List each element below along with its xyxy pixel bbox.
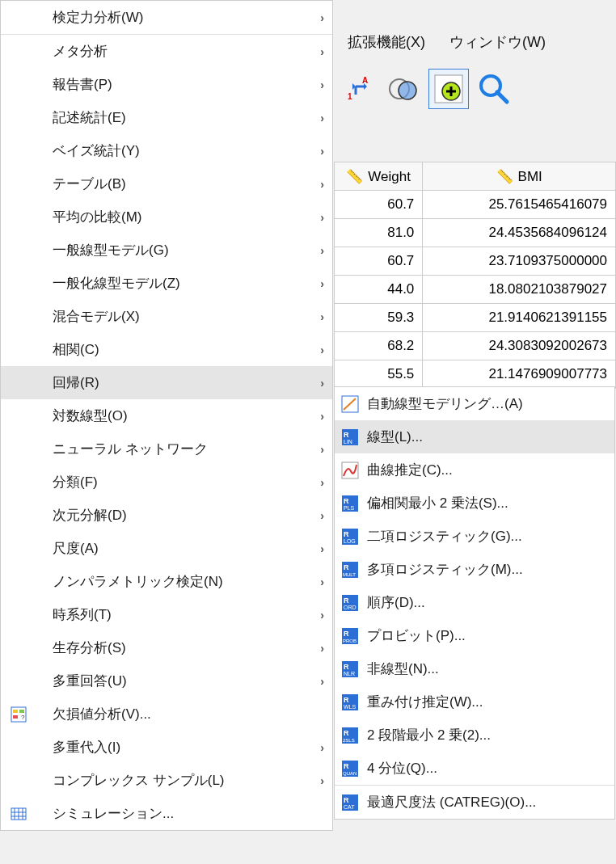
chevron-right-icon: › bbox=[320, 112, 324, 124]
toolbar-venn-button[interactable] bbox=[383, 69, 424, 109]
cell-weight[interactable]: 60.7 bbox=[335, 247, 423, 276]
chevron-right-icon: › bbox=[320, 277, 324, 290]
menu-missing-value[interactable]: ?欠損値分析(V)... bbox=[1, 698, 332, 731]
cell-bmi[interactable]: 24.4535684096124 bbox=[423, 219, 616, 247]
menu-regression[interactable]: 回帰(R)› bbox=[1, 366, 332, 399]
col-header-weight[interactable]: 📏Weight bbox=[335, 162, 423, 191]
table-row[interactable]: 60.723.7109375000000 bbox=[335, 247, 616, 276]
menu-meta-analysis[interactable]: メタ分析› bbox=[1, 35, 332, 68]
cell-weight[interactable]: 44.0 bbox=[335, 276, 423, 304]
cell-weight[interactable]: 55.5 bbox=[335, 360, 423, 389]
cell-weight[interactable]: 59.3 bbox=[335, 304, 423, 332]
chevron-right-icon: › bbox=[320, 78, 324, 91]
table-row[interactable]: 60.725.7615465416079 bbox=[335, 191, 616, 219]
chevron-right-icon: › bbox=[320, 310, 324, 323]
menu-dimension-reduction[interactable]: 次元分解(D)› bbox=[1, 499, 332, 532]
cell-weight[interactable]: 68.2 bbox=[335, 332, 423, 360]
toolbar: A1 bbox=[338, 69, 514, 109]
sub-weight-estimation[interactable]: RWLS重み付け推定(W)... bbox=[335, 685, 614, 719]
menu-multiple-imputation[interactable]: 多重代入(I)› bbox=[1, 731, 332, 764]
menu-descriptive-stats[interactable]: 記述統計(E)› bbox=[1, 101, 332, 134]
menubar-extensions[interactable]: 拡張機能(X) bbox=[348, 32, 425, 52]
cell-bmi[interactable]: 21.9140621391155 bbox=[423, 304, 616, 332]
chevron-right-icon: › bbox=[320, 211, 324, 224]
cell-bmi[interactable]: 25.7615465416079 bbox=[423, 191, 616, 219]
svg-text:R: R bbox=[344, 431, 349, 439]
chevron-right-icon: › bbox=[320, 410, 324, 423]
cell-bmi[interactable]: 23.7109375000000 bbox=[423, 247, 616, 276]
cell-bmi[interactable]: 21.1476909007773 bbox=[423, 360, 616, 389]
menu-tables[interactable]: テーブル(B)› bbox=[1, 167, 332, 200]
menu-gzlm[interactable]: 一般化線型モデル(Z)› bbox=[1, 267, 332, 300]
sub-linear[interactable]: RLIN線型(L)... bbox=[335, 420, 614, 453]
r-log-icon: RLOG bbox=[340, 526, 361, 547]
menu-survival[interactable]: 生存分析(S)› bbox=[1, 631, 332, 664]
analyze-menu: 検定力分析(W)› メタ分析› 報告書(P)› 記述統計(E)› ベイズ統計(Y… bbox=[0, 0, 333, 831]
menu-glm[interactable]: 一般線型モデル(G)› bbox=[1, 234, 332, 267]
sub-multinomial-logistic[interactable]: RMULT多項ロジスティック(M)... bbox=[335, 553, 614, 586]
cell-weight[interactable]: 81.0 bbox=[335, 219, 423, 247]
svg-text:LIN: LIN bbox=[344, 439, 352, 445]
col-header-bmi[interactable]: 📏BMI bbox=[423, 162, 616, 191]
menu-compare-means[interactable]: 平均の比較(M)› bbox=[1, 200, 332, 234]
menubar-window[interactable]: ウィンドウ(W) bbox=[449, 32, 546, 52]
menu-mixed[interactable]: 混合モデル(X)› bbox=[1, 300, 332, 333]
r-cat-icon: RCAT bbox=[340, 792, 361, 813]
chevron-right-icon: › bbox=[320, 343, 324, 356]
toolbar-search-button[interactable] bbox=[474, 69, 514, 109]
menu-loglinear[interactable]: 対数線型(O)› bbox=[1, 399, 332, 432]
data-table: 📏Weight 📏BMI 60.725.761546541607981.024.… bbox=[334, 162, 616, 389]
table-row[interactable]: 44.018.0802103879027 bbox=[335, 276, 616, 304]
table-row[interactable]: 68.224.3083092002673 bbox=[335, 332, 616, 360]
menu-power-analysis[interactable]: 検定力分析(W)› bbox=[1, 1, 332, 34]
sub-quantile[interactable]: RQUAN4 分位(Q)... bbox=[335, 752, 614, 785]
sub-2sls[interactable]: R2SLS2 段階最小 2 乗(2)... bbox=[335, 719, 614, 752]
sub-catreg[interactable]: RCAT最適尺度法 (CATREG)(O)... bbox=[335, 786, 614, 819]
menu-simulation[interactable]: シミュレーション... bbox=[1, 797, 332, 830]
r-quan-icon: RQUAN bbox=[340, 758, 361, 779]
chevron-right-icon: › bbox=[320, 675, 324, 688]
menu-complex-samples[interactable]: コンプレックス サンプル(L)› bbox=[1, 764, 332, 797]
svg-text:?: ? bbox=[21, 714, 25, 721]
menu-time-series[interactable]: 時系列(T)› bbox=[1, 598, 332, 631]
sub-probit[interactable]: RPROBプロビット(P)... bbox=[335, 619, 614, 652]
menu-scale[interactable]: 尺度(A)› bbox=[1, 532, 332, 565]
chevron-right-icon: › bbox=[320, 443, 324, 456]
sub-curve-estimation[interactable]: 曲線推定(C)... bbox=[335, 453, 614, 487]
sub-binary-logistic[interactable]: RLOG二項ロジスティック(G)... bbox=[335, 520, 614, 553]
table-row[interactable]: 81.024.4535684096124 bbox=[335, 219, 616, 247]
menu-bayesian-stats[interactable]: ベイズ統計(Y)› bbox=[1, 134, 332, 167]
svg-text:ORD: ORD bbox=[344, 605, 357, 610]
sub-nonlinear[interactable]: RNLR非線型(N)... bbox=[335, 652, 614, 685]
cell-bmi[interactable]: 18.0802103879027 bbox=[423, 276, 616, 304]
menu-reports[interactable]: 報告書(P)› bbox=[1, 68, 332, 101]
svg-text:R: R bbox=[344, 729, 349, 737]
svg-text:NLR: NLR bbox=[344, 671, 355, 676]
table-row[interactable]: 55.521.1476909007773 bbox=[335, 360, 616, 389]
menu-classify[interactable]: 分類(F)› bbox=[1, 466, 332, 499]
sub-auto-linear[interactable]: 自動線型モデリング…(A) bbox=[335, 387, 614, 420]
chevron-right-icon: › bbox=[320, 741, 324, 754]
sub-ordinal[interactable]: RORD順序(D)... bbox=[335, 586, 614, 619]
menu-neural-net[interactable]: ニューラル ネットワーク› bbox=[1, 432, 332, 466]
svg-point-4 bbox=[399, 82, 416, 99]
svg-text:R: R bbox=[344, 596, 349, 605]
curve-icon bbox=[340, 460, 361, 481]
chevron-right-icon: › bbox=[320, 509, 324, 522]
cell-weight[interactable]: 60.7 bbox=[335, 191, 423, 219]
menu-multiple-response[interactable]: 多重回答(U)› bbox=[1, 664, 332, 698]
chevron-right-icon: › bbox=[320, 642, 324, 655]
svg-text:R: R bbox=[344, 762, 349, 770]
toolbar-add-button[interactable] bbox=[428, 69, 469, 109]
chevron-right-icon: › bbox=[320, 609, 324, 622]
menu-correlate[interactable]: 相関(C)› bbox=[1, 333, 332, 366]
simulation-icon bbox=[9, 804, 28, 824]
chevron-right-icon: › bbox=[320, 178, 324, 191]
svg-text:R: R bbox=[344, 630, 349, 638]
toolbar-value-labels-button[interactable]: A1 bbox=[338, 69, 378, 109]
table-row[interactable]: 59.321.9140621391155 bbox=[335, 304, 616, 332]
sub-pls[interactable]: RPLS偏相関最小 2 乗法(S)... bbox=[335, 487, 614, 520]
svg-text:2SLS: 2SLS bbox=[343, 738, 355, 743]
cell-bmi[interactable]: 24.3083092002673 bbox=[423, 332, 616, 360]
menu-nonparametric[interactable]: ノンパラメトリック検定(N)› bbox=[1, 565, 332, 598]
